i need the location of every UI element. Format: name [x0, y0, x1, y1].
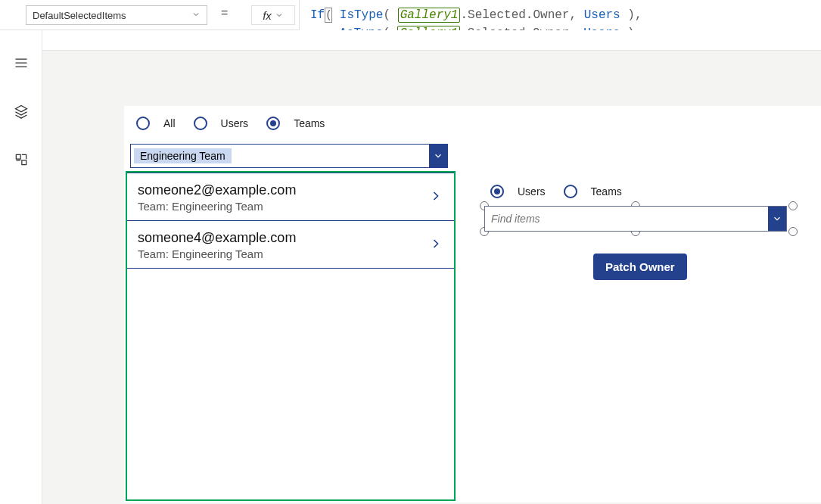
radio-teams-right[interactable]: [564, 185, 577, 198]
left-column: All Users Teams Engineering Team someone…: [124, 106, 457, 138]
chevron-down-icon[interactable]: [768, 207, 786, 231]
team-combobox[interactable]: Engineering Team: [130, 144, 448, 168]
token-istype: IsType: [340, 8, 384, 22]
app-screen: All Users Teams Engineering Team someone…: [124, 106, 821, 502]
chevron-down-icon: [191, 10, 201, 21]
chevron-down-icon: [275, 9, 284, 22]
owner-combobox-input[interactable]: [485, 213, 768, 225]
right-radio-group: Users Teams: [480, 106, 805, 206]
token-gallery1: Gallery1: [398, 8, 461, 23]
selected-combobox-wrapper: [480, 206, 802, 232]
gallery-item[interactable]: someone4@example.com Team: Engineering T…: [127, 221, 454, 269]
hamburger-icon[interactable]: [13, 54, 30, 71]
left-rail: [0, 0, 42, 504]
chevron-right-icon[interactable]: [428, 188, 443, 207]
team-combobox-value: Engineering Team: [134, 148, 232, 163]
radio-teams-right-label: Teams: [591, 185, 622, 198]
chevron-right-icon[interactable]: [428, 236, 443, 254]
left-radio-group: All Users Teams: [124, 106, 457, 138]
gallery-item-title: someone2@example.com: [138, 182, 296, 198]
radio-all[interactable]: [136, 117, 150, 130]
property-select[interactable]: DefaultSelectedItems: [26, 5, 207, 25]
fx-label: fx: [263, 9, 272, 22]
gallery-item-subtitle: Team: Engineering Team: [138, 200, 296, 213]
radio-all-label: All: [163, 117, 176, 129]
radio-teams[interactable]: [266, 117, 280, 130]
selection-handle[interactable]: [788, 201, 798, 210]
token-users: Users: [584, 8, 620, 22]
owner-combobox[interactable]: [484, 206, 787, 232]
token-if: If: [310, 8, 325, 22]
chevron-down-icon[interactable]: [429, 145, 447, 167]
radio-users-label: Users: [221, 117, 249, 129]
gallery-item-subtitle: Team: Engineering Team: [138, 247, 296, 260]
components-icon[interactable]: [13, 151, 30, 168]
canvas: All Users Teams Engineering Team someone…: [42, 30, 821, 504]
gallery-item-title: someone4@example.com: [138, 230, 296, 246]
radio-users-right[interactable]: [490, 185, 504, 198]
gallery-item[interactable]: someone2@example.com Team: Engineering T…: [127, 173, 454, 221]
cursor-paren: (: [325, 8, 332, 23]
equals-label: =: [221, 6, 228, 20]
fx-button[interactable]: fx: [251, 5, 295, 25]
radio-teams-label: Teams: [294, 117, 325, 129]
selection-handle[interactable]: [788, 227, 798, 236]
right-column: Users Teams Patch Owner: [480, 106, 805, 206]
patch-owner-button[interactable]: Patch Owner: [593, 254, 687, 280]
layers-icon[interactable]: [13, 103, 30, 120]
radio-users-right-label: Users: [518, 185, 546, 198]
property-select-value: DefaultSelectedItems: [33, 10, 126, 21]
gallery1[interactable]: someone2@example.com Team: Engineering T…: [126, 171, 456, 501]
radio-users[interactable]: [194, 117, 207, 130]
